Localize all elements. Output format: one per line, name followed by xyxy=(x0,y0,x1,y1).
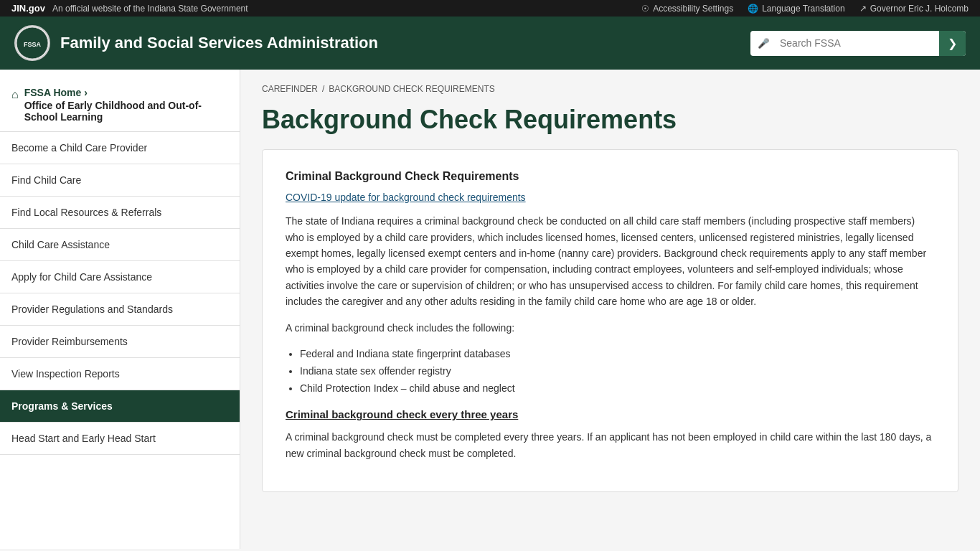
home-chevron: › xyxy=(84,87,88,98)
fssa-home-label: FSSA Home xyxy=(24,87,82,98)
sidebar-nav-item-9[interactable]: Head Start and Early Head Start xyxy=(0,423,240,455)
home-icon: ⌂ xyxy=(11,88,19,101)
covid-link[interactable]: COVID-19 update for background check req… xyxy=(286,192,526,203)
top-bar-left: JIN.gov An official website of the India… xyxy=(11,3,248,14)
search-input[interactable] xyxy=(777,32,939,55)
content-card: Criminal Background Check Requirements C… xyxy=(262,149,958,492)
header-brand: FSSA Family and Social Services Administ… xyxy=(14,25,378,61)
globe-icon: 🌐 xyxy=(748,4,758,14)
governor-label: Governor Eric J. Holcomb xyxy=(870,4,969,14)
sidebar-subtitle: Office of Early Childhood and Out-of-Sch… xyxy=(24,100,228,123)
accessibility-link[interactable]: ☉ Accessibility Settings xyxy=(641,4,733,14)
list-item-2: Child Protection Index – child abuse and… xyxy=(300,380,935,397)
governor-link[interactable]: ↗ Governor Eric J. Holcomb xyxy=(859,4,969,14)
svg-text:FSSA: FSSA xyxy=(24,41,42,48)
fssa-logo: FSSA xyxy=(14,25,50,61)
sidebar-nav-item-6[interactable]: Provider Reimbursements xyxy=(0,326,240,358)
top-bar: JIN.gov An official website of the India… xyxy=(0,0,980,17)
search-bar: 🎤 ❯ xyxy=(750,31,966,56)
section1-heading: Criminal Background Check Requirements xyxy=(286,170,935,183)
breadcrumb-separator: / xyxy=(322,84,324,94)
main-content: CAREFINDER / BACKGROUND CHECK REQUIREMEN… xyxy=(240,70,980,549)
language-label: Language Translation xyxy=(762,4,844,14)
language-link[interactable]: 🌐 Language Translation xyxy=(748,4,844,14)
sidebar-nav-item-8[interactable]: Programs & Services xyxy=(0,390,240,423)
section2-heading: Criminal background check every three ye… xyxy=(286,408,935,420)
breadcrumb-current: BACKGROUND CHECK REQUIREMENTS xyxy=(329,84,494,94)
list-item-1: Indiana state sex offender registry xyxy=(300,363,935,380)
page-title: Background Check Requirements xyxy=(262,104,958,135)
fssa-home-link[interactable]: FSSA Home › xyxy=(24,87,228,98)
site-header: FSSA Family and Social Services Administ… xyxy=(0,17,980,70)
official-text: An official website of the Indiana State… xyxy=(52,4,248,14)
jin-logo: JIN.gov xyxy=(11,3,45,14)
page-layout: ⌂ FSSA Home › Office of Early Childhood … xyxy=(0,70,980,549)
sidebar-nav-item-7[interactable]: View Inspection Reports xyxy=(0,358,240,390)
breadcrumb: CAREFINDER / BACKGROUND CHECK REQUIREMEN… xyxy=(262,84,958,94)
external-link-icon: ↗ xyxy=(859,4,867,14)
sidebar-nav-item-4[interactable]: Apply for Child Care Assistance xyxy=(0,261,240,293)
sidebar-home: ⌂ FSSA Home › Office of Early Childhood … xyxy=(0,81,240,132)
list-item-0: Federal and Indiana state fingerprint da… xyxy=(300,346,935,363)
check-list: Federal and Indiana state fingerprint da… xyxy=(300,346,935,397)
site-title: Family and Social Services Administratio… xyxy=(60,34,378,52)
sidebar-nav-item-1[interactable]: Find Child Care xyxy=(0,164,240,197)
accessibility-icon: ☉ xyxy=(641,4,649,14)
sidebar-nav-item-5[interactable]: Provider Regulations and Standards xyxy=(0,293,240,326)
para1: The state of Indiana requires a criminal… xyxy=(286,213,935,309)
mic-button[interactable]: 🎤 xyxy=(750,32,777,55)
para3: A criminal background check must be comp… xyxy=(286,429,935,461)
sidebar-nav-item-3[interactable]: Child Care Assistance xyxy=(0,229,240,261)
sidebar-nav-item-0[interactable]: Become a Child Care Provider xyxy=(0,132,240,164)
para2: A criminal background check includes the… xyxy=(286,320,935,336)
sidebar: ⌂ FSSA Home › Office of Early Childhood … xyxy=(0,70,240,549)
breadcrumb-link-1[interactable]: CAREFINDER xyxy=(262,84,318,94)
sidebar-home-links: FSSA Home › Office of Early Childhood an… xyxy=(24,87,228,123)
top-bar-right: ☉ Accessibility Settings 🌐 Language Tran… xyxy=(641,4,969,14)
sidebar-nav-item-2[interactable]: Find Local Resources & Referrals xyxy=(0,197,240,229)
sidebar-nav: Become a Child Care ProviderFind Child C… xyxy=(0,132,240,455)
search-submit-button[interactable]: ❯ xyxy=(939,31,966,56)
accessibility-label: Accessibility Settings xyxy=(653,4,733,14)
